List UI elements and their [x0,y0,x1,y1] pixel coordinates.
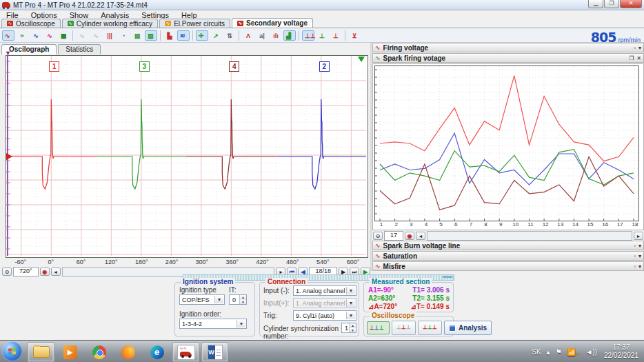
chart-zoom-out-button[interactable]: ⊖ [373,232,383,240]
input-minus-select[interactable]: 1. Analog channel 1▼ [293,285,356,296]
network-icon[interactable]: 📶⚠ [567,348,581,356]
trig-select[interactable]: 9. Cyl1i (auto)▼ [293,310,356,321]
tray-expand-icon[interactable]: ▴ [547,348,550,356]
panel-float-icon[interactable]: ▫ [634,45,636,51]
language-indicator[interactable]: SK [532,348,541,356]
osc-view-1-button[interactable]: ⊥⊥⊥ [367,321,390,334]
red-bars-button[interactable]: ||| [103,30,116,41]
single-waveform-button[interactable]: ∿ [2,30,14,41]
taskbar-edge-button[interactable]: e [143,342,170,362]
move-cross-button[interactable]: ✛ [196,30,208,41]
gauge-button[interactable]: ◔ [117,30,130,41]
panel-float-icon[interactable]: ▫ [634,263,636,270]
target-button[interactable]: ◉ [40,268,50,276]
auto-scale-button[interactable]: a| [256,30,268,41]
panel-collapse-icon[interactable]: ▾ [638,45,641,51]
osc-view-3-button[interactable]: ⊥⊥⊥ [418,321,442,335]
taskbar-firefox-button[interactable] [114,342,141,362]
chart-target-button[interactable]: ◉ [405,232,414,240]
cursor-marker-icon[interactable]: ▼ [5,50,11,56]
panel-firing-voltage[interactable]: ∿ Firing voltage ▫ ▾ [372,43,644,52]
taskbar: ▶e∿∿W SK ▴ ⚑ 📶⚠ ◄)) 17:37 22/02/2021 [0,340,644,362]
compare-green-button[interactable]: ⊥ [316,30,328,41]
chevron-down-icon: ▼ [214,296,223,303]
analysis-button[interactable]: Analysis [444,321,492,335]
clock[interactable]: 17:37 22/02/2021 [604,343,638,360]
panel-float-icon[interactable]: ▫ [634,253,636,259]
bar-chart-button[interactable]: ▟ [283,30,296,41]
tab-icon: ∿ [237,21,243,26]
export-arrow-button[interactable]: ↗ [210,30,222,41]
menu-options[interactable]: Options [25,11,63,19]
panel-close-icon[interactable]: ✕ [636,55,641,61]
x-tick-label: 1 [380,221,383,228]
tab-label: El.Power circuits [174,20,225,28]
compare-red-button[interactable]: ⊥ [330,30,342,41]
panel-label: Spark Burn voltage line [383,242,632,250]
panel-spark-firing-header[interactable]: ∿ Spark firing votage ❐ ✕ [372,53,644,63]
panel-collapse-icon[interactable]: ▾ [638,253,641,259]
split-waveform-button[interactable]: ∿ [43,30,56,41]
multi-waveform-button[interactable]: ≈ [16,30,28,41]
green-chart-button[interactable]: ▨ [145,30,157,41]
menu-analysis[interactable]: Analysis [94,11,135,19]
tab-secondary-voltage[interactable]: ∿Secondary voltage [232,18,313,28]
minimize-button[interactable]: ▁ [588,0,603,8]
toolbar-separator [72,30,73,41]
taskbar-word-button[interactable]: W [201,342,228,362]
panel-float-icon[interactable]: ▫ [634,243,636,249]
x-tick-label: 15 [587,221,594,228]
chart-scroll-left-button[interactable]: ◂ [416,232,425,240]
tab-cylinder-working-efficacy[interactable]: ∿Cylinder working efficacy [62,19,158,28]
it-spinner[interactable]: 0▲▼ [229,294,247,305]
waves-stack-button[interactable]: ≋ [177,30,190,41]
oscillogram-plot[interactable]: ▼ 1342 [6,55,368,258]
x-tick-label: 8 [484,221,487,228]
tab-el-power-circuits[interactable]: ∿El.Power circuits [159,19,230,28]
ignition-type-select[interactable]: COP/EFS▼ [179,294,225,305]
panel-pin-icon[interactable]: ❐ [629,55,634,61]
menu-show[interactable]: Show [63,11,95,19]
panel-collapse-icon[interactable]: ▾ [638,263,641,270]
close-button[interactable]: ✕ [620,0,642,8]
firing-line-button[interactable]: Λ [242,30,254,41]
panel-misfire[interactable]: ∿Misfire▫▾ [372,261,644,271]
spark-firing-chart[interactable]: 123456789101112131415161718 [372,63,644,230]
panel-collapse-icon[interactable]: ▾ [638,243,641,249]
compare-red-green-button[interactable]: ⊥⊥ [302,30,314,41]
menu-settings[interactable]: Settings [135,11,175,19]
histogram-button[interactable]: ▙ [163,30,176,41]
panel-saturation[interactable]: ∿Saturation▫▾ [372,251,644,261]
overlay-waveform-button[interactable]: ∿ [30,30,42,41]
chart-scroll-track[interactable] [427,231,632,241]
raster-view-button[interactable]: ▦ [57,30,70,41]
menu-file[interactable]: File [0,11,25,19]
menu-help[interactable]: Help [175,11,203,19]
action-center-icon[interactable]: ⚑ [556,348,562,356]
taskbar-mtpro-button[interactable]: ∿∿ [172,342,199,362]
taskbar-media-player-button[interactable]: ▶ [57,342,83,362]
scroll-left-button[interactable]: ◂ [51,268,61,276]
report-check-button[interactable]: ▤ [131,30,143,41]
ignition-system-group: Ignition system Ignition type IT: COP/EF… [174,282,255,336]
osc-view-2-button[interactable]: ⊥⊥⊥ [392,321,416,335]
taskbar-chrome-button[interactable] [85,342,112,362]
vertical-splitter[interactable] [370,43,372,271]
tab-statistics[interactable]: Statistics [58,44,101,54]
restore-button[interactable]: ❐ [604,0,619,8]
volume-icon[interactable]: ◄)) [585,348,597,356]
misfire-tool-button[interactable]: ⊻ [348,30,361,41]
time-bars-button[interactable]: ılı [270,30,282,41]
x-tick-label: 480° [286,259,299,265]
start-button[interactable] [2,341,22,361]
input-plus-select: 1. Analog channel 1▼ [293,298,356,308]
sync-spinner[interactable]: 1▲▼ [341,323,356,333]
ignition-order-select[interactable]: 1-3-4-2▼ [179,319,247,329]
panel-spark-burn-voltage-line[interactable]: ∿Spark Burn voltage line▫▾ [372,241,644,250]
levels-button[interactable]: ⇅ [223,30,236,41]
zoom-out-button[interactable]: ⊖ [2,268,12,276]
taskbar-explorer-button[interactable] [28,342,54,362]
toolbar-separator [239,30,239,41]
tab-oscilloscope[interactable]: ∿Oscilloscope [1,19,61,28]
chart-scroll-right-button[interactable]: ▸ [634,232,643,240]
